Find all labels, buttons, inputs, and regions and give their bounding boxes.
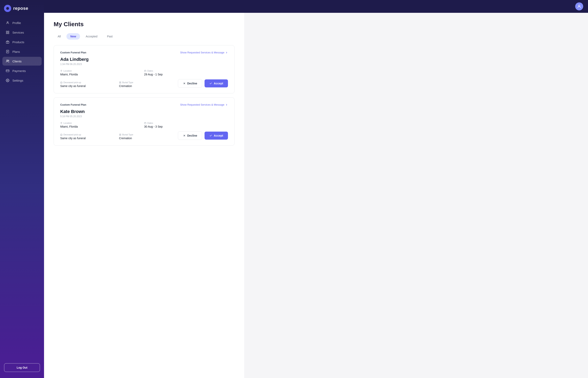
svg-rect-27 <box>119 81 120 82</box>
sidebar-item-products-label: Products <box>13 40 24 44</box>
card-actions-2: Decline Accept <box>178 131 228 140</box>
burial-label-1: Burial Type <box>119 81 178 84</box>
svg-rect-6 <box>8 33 9 34</box>
sidebar-item-services-label: Services <box>13 31 24 34</box>
decline-button-2[interactable]: Decline <box>178 131 202 140</box>
header <box>44 0 588 13</box>
dates-group-2: Dates 30 Aug - 3 Sep <box>144 122 228 128</box>
sidebar-item-payments[interactable]: Payments <box>2 67 42 75</box>
burial-value-2: Cremation <box>119 137 178 140</box>
settings-icon <box>6 78 10 82</box>
pickup-value-1: Same city as funeral <box>60 84 119 88</box>
sidebar-item-clients-label: Clients <box>13 60 22 63</box>
svg-rect-43 <box>119 135 120 135</box>
client-timestamp-1: 1:34 PM 06.20.2023 <box>60 63 228 66</box>
burial-label-2: Burial Type <box>119 133 178 136</box>
svg-point-33 <box>61 122 61 123</box>
sidebar-bottom: Log Out <box>0 359 44 378</box>
sidebar-item-profile[interactable]: Profile <box>2 18 42 27</box>
location-value-1: Miami, Florida <box>60 73 144 76</box>
svg-point-13 <box>7 60 8 61</box>
tab-all[interactable]: All <box>54 33 65 40</box>
logout-button[interactable]: Log Out <box>4 363 40 372</box>
sidebar-item-plans[interactable]: Plans <box>2 47 42 56</box>
logo-text: repose <box>13 6 28 11</box>
sidebar-item-plans-label: Plans <box>13 50 20 54</box>
client-name-1: Ada Lindberg <box>60 57 228 62</box>
grid-icon <box>6 30 10 34</box>
doc-icon <box>6 50 10 54</box>
dates-label-2: Dates <box>144 122 228 124</box>
tab-new[interactable]: New <box>67 33 80 40</box>
sidebar: repose Profile Services <box>0 0 44 378</box>
page-title: My Clients <box>54 21 235 27</box>
tabs-bar: All New Accepted Past <box>54 33 235 40</box>
card-header-1: Custom Funeral Plan Show Requested Servi… <box>60 51 228 54</box>
sidebar-item-payments-label: Payments <box>13 69 26 73</box>
sidebar-item-settings-label: Settings <box>13 79 23 82</box>
accept-button-2[interactable]: Accept <box>205 132 228 140</box>
show-services-link-1[interactable]: Show Requested Services & Message <box>180 51 228 54</box>
location-group-1: Location Miami, Florida <box>60 70 144 76</box>
pickup-value-2: Same city as funeral <box>60 137 119 140</box>
user-icon <box>6 21 10 25</box>
main-wrapper: My Clients All New Accepted Past Custom … <box>44 0 588 378</box>
card-bottom-1: Deceased pick-up Same city as funeral Bu… <box>60 79 228 88</box>
content-area: My Clients All New Accepted Past Custom … <box>44 13 588 378</box>
location-group-2: Location Miami, Florida <box>60 122 144 128</box>
svg-rect-41 <box>119 134 120 135</box>
card-actions-1: Decline Accept <box>178 79 228 88</box>
payment-icon <box>6 69 10 73</box>
svg-rect-4 <box>8 31 9 32</box>
svg-rect-28 <box>120 81 121 82</box>
location-label-1: Location <box>60 70 144 72</box>
client-card-2: Custom Funeral Plan Show Requested Servi… <box>54 97 235 146</box>
pickup-group-2: Deceased pick-up Same city as funeral <box>60 133 119 140</box>
clients-icon <box>6 59 10 63</box>
logo: repose <box>0 0 44 18</box>
svg-rect-3 <box>6 31 7 32</box>
content-inner: My Clients All New Accepted Past Custom … <box>44 13 244 378</box>
svg-point-1 <box>7 8 8 9</box>
pickup-group-1: Deceased pick-up Same city as funeral <box>60 81 119 88</box>
dates-value-1: 29 Aug - 1 Sep <box>144 73 228 76</box>
svg-point-19 <box>61 70 61 71</box>
logo-icon <box>4 5 11 12</box>
tab-past[interactable]: Past <box>103 33 117 40</box>
sidebar-item-products[interactable]: Products <box>2 38 42 46</box>
burial-value-1: Cremation <box>119 84 178 88</box>
dates-label-1: Dates <box>144 70 228 72</box>
client-name-2: Kate Brown <box>60 109 228 114</box>
box-icon <box>6 40 10 44</box>
client-timestamp-2: 5:18 PM 05.20.2023 <box>60 115 228 118</box>
svg-rect-20 <box>144 70 146 72</box>
sidebar-item-services[interactable]: Services <box>2 28 42 37</box>
pickup-label-2: Deceased pick-up <box>60 133 119 136</box>
avatar[interactable] <box>575 2 583 10</box>
svg-rect-42 <box>120 134 121 135</box>
svg-point-2 <box>7 22 8 23</box>
svg-point-17 <box>7 80 8 81</box>
svg-rect-5 <box>6 33 7 34</box>
sidebar-item-profile-label: Profile <box>13 21 21 25</box>
svg-rect-34 <box>144 122 146 124</box>
accept-button-1[interactable]: Accept <box>205 79 228 87</box>
show-services-link-2[interactable]: Show Requested Services & Message <box>180 103 228 106</box>
svg-point-14 <box>8 60 9 61</box>
sidebar-item-settings[interactable]: Settings <box>2 76 42 85</box>
burial-group-2: Burial Type Cremation <box>119 133 178 140</box>
dates-value-2: 30 Aug - 3 Sep <box>144 125 228 128</box>
card-header-2: Custom Funeral Plan Show Requested Servi… <box>60 103 228 106</box>
card-bottom-2: Deceased pick-up Same city as funeral Bu… <box>60 131 228 140</box>
sidebar-item-clients[interactable]: Clients <box>2 57 42 66</box>
tab-accepted[interactable]: Accepted <box>82 33 101 40</box>
location-label-2: Location <box>60 122 144 124</box>
decline-button-1[interactable]: Decline <box>178 79 202 88</box>
location-value-2: Miami, Florida <box>60 125 144 128</box>
pickup-label-1: Deceased pick-up <box>60 81 119 84</box>
svg-point-18 <box>578 5 580 6</box>
svg-rect-30 <box>120 83 121 83</box>
nav-menu: Profile Services Products <box>0 18 44 359</box>
burial-group-1: Burial Type Cremation <box>119 81 178 88</box>
client-card-1: Custom Funeral Plan Show Requested Servi… <box>54 45 235 94</box>
